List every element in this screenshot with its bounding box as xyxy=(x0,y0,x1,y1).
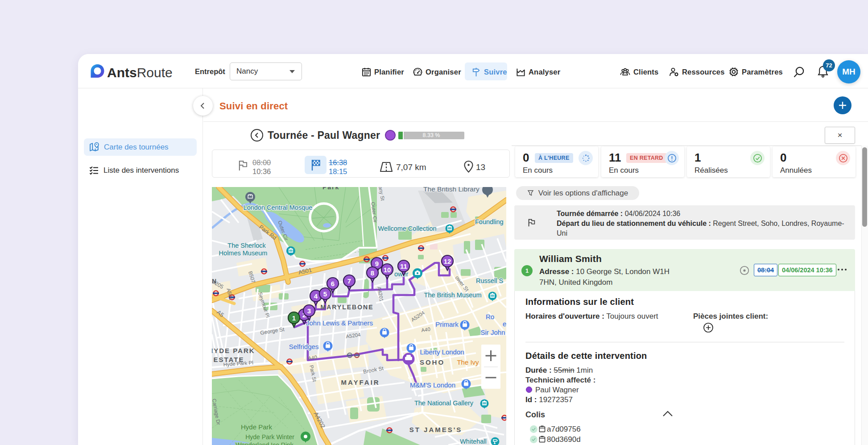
svg-text:N: N xyxy=(212,278,218,285)
svg-text:Hyde Park Winter: Hyde Park Winter xyxy=(245,433,294,441)
svg-text:The British Museum: The British Museum xyxy=(424,291,482,299)
svg-text:The Sherlock: The Sherlock xyxy=(227,242,266,249)
svg-text:Sir John: Sir John xyxy=(480,329,505,336)
svg-text:SOHO: SOHO xyxy=(420,358,445,366)
svg-text:1: 1 xyxy=(292,314,296,322)
svg-text:3: 3 xyxy=(307,307,311,315)
svg-text:Park: Park xyxy=(322,187,339,191)
svg-text:7: 7 xyxy=(347,277,351,285)
svg-text:Russell S: Russell S xyxy=(476,277,503,284)
svg-text:The National Gallery: The National Gallery xyxy=(414,399,474,407)
svg-text:9: 9 xyxy=(375,260,379,267)
svg-text:Foundling: Foundling xyxy=(475,218,504,225)
svg-text:The British Library: The British Library xyxy=(423,187,479,193)
svg-text:M&M'S London: M&M'S London xyxy=(410,381,455,389)
svg-text:Ro: Ro xyxy=(486,313,494,320)
svg-text:ST JAMES'S: ST JAMES'S xyxy=(409,426,463,433)
svg-text:e: e xyxy=(503,320,506,328)
svg-text:John Lewis & Partners: John Lewis & Partners xyxy=(306,319,373,327)
svg-text:Wellcome Collection: Wellcome Collection xyxy=(378,225,436,232)
svg-text:12: 12 xyxy=(444,258,451,265)
svg-text:Hyde Park: Hyde Park xyxy=(241,423,273,431)
svg-text:11: 11 xyxy=(400,262,407,270)
svg-text:MAYFAIR: MAYFAIR xyxy=(341,378,380,386)
svg-text:Whitehall: Whitehall xyxy=(460,438,487,445)
svg-text:6: 6 xyxy=(331,280,335,287)
svg-text:10: 10 xyxy=(384,266,391,274)
svg-text:HYDE PARK: HYDE PARK xyxy=(212,347,255,354)
svg-text:Selfridges: Selfridges xyxy=(289,343,319,350)
svg-text:MARYLEBONE: MARYLEBONE xyxy=(320,304,373,311)
svg-text:ESTATE: ESTATE xyxy=(214,356,244,363)
svg-text:London Central Mosque: London Central Mosque xyxy=(244,204,313,211)
svg-text:Primark: Primark xyxy=(435,320,459,328)
svg-text:8: 8 xyxy=(371,269,374,277)
svg-text:Liberty London: Liberty London xyxy=(420,348,464,356)
svg-text:Holmes Museum: Holmes Museum xyxy=(219,250,268,257)
svg-text:The Ivy: The Ivy xyxy=(457,358,479,366)
svg-text:4: 4 xyxy=(314,292,318,300)
svg-text:Wonderland Ice Rink: Wonderland Ice Rink xyxy=(236,441,294,445)
svg-text:5: 5 xyxy=(323,290,327,298)
